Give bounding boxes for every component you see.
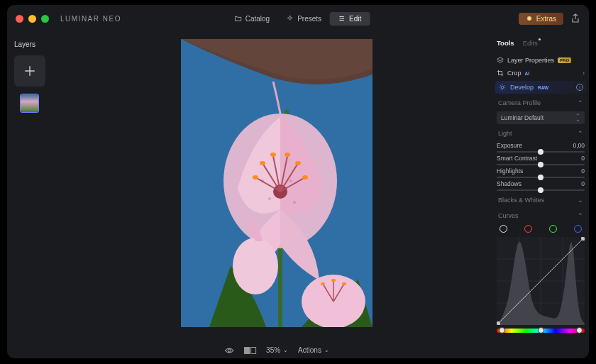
slider-thumb[interactable] — [538, 187, 543, 193]
section-curves[interactable]: Curves ⌃ — [497, 209, 585, 222]
actions-label: Actions — [298, 346, 321, 354]
exposure-label: Exposure — [497, 142, 522, 149]
svg-point-15 — [293, 201, 296, 204]
highlights-value: 0 — [581, 167, 585, 175]
svg-point-1 — [343, 18, 344, 19]
info-icon[interactable]: i — [576, 84, 583, 91]
zoom-dropdown[interactable]: 35% ⌄ — [266, 346, 288, 354]
curves-graph — [497, 237, 585, 325]
puzzle-icon — [526, 15, 533, 22]
hue-slider[interactable] — [497, 329, 585, 333]
svg-point-0 — [341, 16, 342, 18]
crop-label: Crop — [507, 70, 522, 77]
highlights-slider[interactable] — [497, 177, 585, 178]
nav-edit-label: Edit — [349, 15, 361, 23]
extras-button[interactable]: Extras — [519, 13, 563, 25]
curves-editor[interactable] — [497, 237, 585, 325]
nav-catalog[interactable]: Catalog — [226, 12, 278, 26]
shadows-label: Shadows — [497, 180, 522, 187]
hue-thumb-shadow[interactable] — [499, 327, 505, 333]
shadows-slider[interactable] — [497, 189, 585, 191]
layer-thumbnail-image — [21, 94, 38, 112]
highlights-label: Highlights — [497, 167, 523, 175]
svg-point-9 — [295, 161, 301, 165]
canvas-image[interactable] — [181, 39, 372, 327]
panel-tabs: Tools Edits — [497, 39, 585, 47]
exposure-value: 0,00 — [573, 142, 585, 149]
image-content — [181, 39, 372, 327]
svg-point-11 — [253, 175, 258, 180]
light-label: Light — [498, 130, 512, 137]
layers-sidebar: Layers — [7, 32, 64, 358]
chevron-up-icon: ⌃ — [578, 212, 583, 219]
raw-badge: RAW — [538, 85, 548, 90]
svg-point-12 — [261, 180, 264, 182]
svg-point-13 — [268, 197, 271, 200]
layer-properties-label: Layer Properties — [507, 57, 554, 64]
section-blacks-whites[interactable]: Blacks & Whites ⌄ — [497, 194, 585, 206]
blacks-whites-label: Blacks & Whites — [498, 197, 544, 204]
section-light[interactable]: Light ⌃ — [497, 127, 585, 140]
svg-point-22 — [501, 86, 504, 89]
tab-edits[interactable]: Edits — [523, 39, 538, 47]
camera-profile-dropdown[interactable]: Luminar Default ⌃⌄ — [497, 111, 585, 124]
right-panel: Tools Edits Layer Properties PRO Crop AI… — [490, 32, 589, 358]
slider-shadows: Shadows 0 — [497, 180, 585, 191]
hue-thumb-highlight[interactable] — [576, 327, 583, 333]
smart-contrast-value: 0 — [581, 155, 585, 162]
eye-icon — [224, 347, 234, 354]
exposure-slider[interactable] — [497, 151, 585, 153]
share-button[interactable] — [569, 12, 582, 25]
app-window: LUMINAR NEO Catalog Presets Edit Extras — [7, 5, 589, 358]
curves-label: Curves — [498, 212, 519, 219]
stepper-arrows-icon: ⌃⌄ — [575, 114, 580, 121]
channel-blue[interactable] — [574, 225, 582, 233]
tool-crop[interactable]: Crop AI › — [497, 67, 585, 79]
compare-icon — [244, 347, 256, 354]
share-icon — [570, 13, 580, 23]
svg-point-21 — [228, 349, 231, 352]
channel-luma[interactable] — [500, 225, 507, 233]
window-zoom-button[interactable] — [41, 15, 49, 23]
section-camera-profile[interactable]: Camera Profile ⌃ — [497, 96, 585, 109]
chevron-down-icon: ⌄ — [324, 347, 329, 353]
window-minimize-button[interactable] — [28, 15, 36, 23]
crop-icon — [497, 70, 504, 77]
add-layer-button[interactable] — [14, 55, 45, 87]
sparkle-icon — [287, 15, 294, 22]
actions-dropdown[interactable]: Actions ⌄ — [298, 346, 329, 354]
slider-thumb[interactable] — [538, 175, 543, 180]
window-close-button[interactable] — [16, 15, 23, 23]
channel-red[interactable] — [524, 225, 532, 233]
hue-thumb-mid[interactable] — [538, 327, 544, 333]
slider-exposure: Exposure 0,00 — [497, 142, 585, 153]
shadows-value: 0 — [581, 180, 585, 187]
svg-point-10 — [302, 175, 308, 180]
layers-heading: Layers — [14, 40, 57, 48]
tab-tools[interactable]: Tools — [497, 39, 514, 47]
chevron-right-icon: › — [583, 70, 585, 77]
sun-icon — [499, 84, 506, 91]
zoom-value: 35% — [266, 346, 280, 354]
slider-highlights: Highlights 0 — [497, 167, 585, 178]
smart-contrast-slider[interactable] — [497, 164, 585, 165]
svg-point-16 — [233, 238, 278, 294]
layer-thumbnail[interactable] — [20, 94, 39, 113]
svg-point-14 — [289, 180, 292, 182]
nav-presets[interactable]: Presets — [278, 12, 330, 26]
channel-green[interactable] — [549, 225, 557, 233]
svg-point-19 — [331, 279, 336, 282]
titlebar: LUMINAR NEO Catalog Presets Edit Extras — [7, 5, 589, 32]
slider-thumb[interactable] — [538, 162, 543, 167]
nav-presets-label: Presets — [297, 15, 321, 23]
visibility-toggle[interactable] — [224, 347, 234, 354]
svg-point-7 — [270, 153, 276, 157]
folder-icon — [235, 15, 242, 22]
slider-thumb[interactable] — [538, 149, 543, 155]
tool-layer-properties[interactable]: Layer Properties PRO — [497, 54, 585, 67]
svg-point-20 — [342, 282, 346, 285]
chevron-down-icon: ⌄ — [578, 197, 583, 204]
nav-edit[interactable]: Edit — [330, 12, 370, 26]
tool-develop[interactable]: Develop RAW i — [495, 81, 586, 94]
compare-toggle[interactable] — [244, 347, 256, 354]
